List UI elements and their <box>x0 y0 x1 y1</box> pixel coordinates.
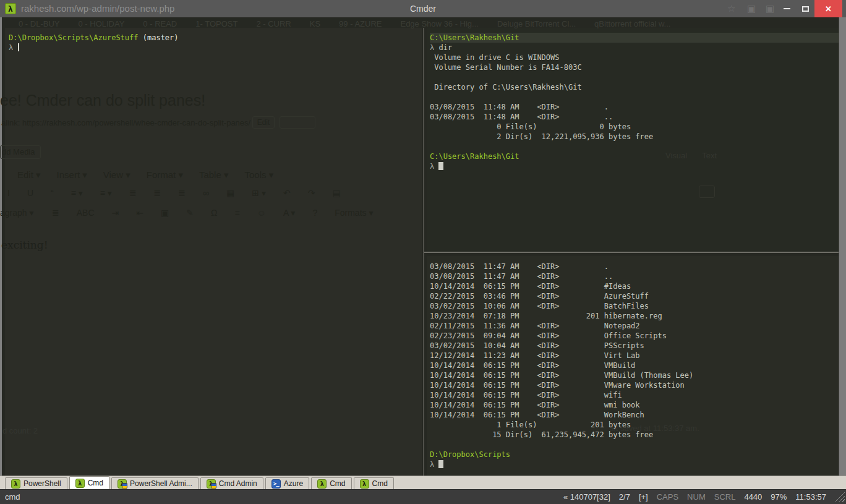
tab-cmd-admin[interactable]: λCmd Admin <box>200 477 263 489</box>
console-area: 0 - DL-BUY0 - HOLIDAY0 - READ1- TOPOST2 … <box>0 17 846 476</box>
lambda-icon: λ <box>11 479 20 489</box>
resize-grip[interactable] <box>835 492 845 502</box>
cmder-window: rakhesh.com/wp-admin/post-new.php λ Cmde… <box>0 0 846 504</box>
ghost-item: 0 - DL-BUY <box>19 19 59 28</box>
console-line: 1 File(s) 201 bytes <box>430 420 839 430</box>
lambda-icon: λ <box>75 479 85 488</box>
console-line: Volume Serial Number is FA14-803C <box>430 62 839 72</box>
console-line: λ <box>9 43 422 53</box>
console-line <box>430 92 839 102</box>
status-item: NUM <box>687 492 706 502</box>
console-line <box>430 440 839 450</box>
status-item: 97% <box>771 492 787 502</box>
status-bar: cmd « 140707[32]2/7[+]CAPSNUMSCRL444097%… <box>0 489 846 504</box>
console-line: 03/08/2015 11:47 AM <DIR> .. <box>430 271 839 281</box>
ghost-item: 2 - CURR <box>256 19 291 28</box>
status-item: 4440 <box>744 492 762 502</box>
tab-label: Cmd <box>372 479 388 488</box>
console-line: 03/08/2015 11:48 AM <DIR> . <box>430 102 839 112</box>
console-line: 10/14/2014 06:15 PM <DIR> VMware Worksta… <box>430 380 839 390</box>
ghost-browser-url: rakhesh.com/wp-admin/post-new.php <box>21 0 174 17</box>
console-line: 03/02/2015 10:04 AM <DIR> PSScripts <box>430 341 839 351</box>
ghost-bookmarks-bar: 0 - DL-BUY0 - HOLIDAY0 - READ1- TOPOST2 … <box>19 19 670 28</box>
maximize-icon <box>802 6 809 12</box>
status-item: « 140707[32] <box>563 492 610 502</box>
tab-label: PowerShell Admi... <box>130 479 192 488</box>
ghost-item: Deluge BitTorrent Cl... <box>497 19 576 28</box>
console-line: 03/08/2015 11:48 AM <DIR> .. <box>430 112 839 122</box>
status-mode: cmd <box>5 492 20 502</box>
ghost-item: 0 - READ <box>143 19 177 28</box>
ghost-item: 0 - HOLIDAY <box>78 19 124 28</box>
left-console-pane[interactable]: D:\Dropbox\Scripts\AzureStuff (master)λ <box>5 28 422 476</box>
tab-label: Azure <box>284 479 303 488</box>
console-line: C:\Users\Rakhesh\Git <box>430 152 839 161</box>
tab-bar: λPowerShellλCmdλPowerShell Admi...λCmd A… <box>0 476 846 489</box>
console-line: 10/14/2014 06:15 PM <DIR> WorkBench <box>430 410 839 420</box>
tab-label: Cmd <box>88 479 103 487</box>
console-line: 15 Dir(s) 61,235,945,472 bytes free <box>430 430 839 440</box>
maximize-button[interactable] <box>796 0 814 17</box>
tab-azure[interactable]: >_Azure <box>265 477 309 489</box>
minimize-icon <box>784 8 790 9</box>
cursor <box>438 162 443 170</box>
bottom-right-console-pane[interactable]: 03/08/2015 11:47 AM <DIR> .03/08/2015 11… <box>427 256 839 476</box>
tab-powershell-admi[interactable]: λPowerShell Admi... <box>111 477 199 489</box>
lambda-icon: λ <box>317 479 327 489</box>
console-line: 10/14/2014 06:15 PM <DIR> wifi <box>430 390 839 400</box>
ghost-item: 1- TOPOST <box>195 19 237 28</box>
console-line: 02/23/2015 09:04 AM <DIR> Office Scripts <box>430 331 839 341</box>
status-item: CAPS <box>657 492 678 502</box>
console-line: 12/12/2014 11:23 AM <DIR> Virt Lab <box>430 351 839 361</box>
console-line: C:\Users\Rakhesh\Git <box>430 33 839 43</box>
console-line: D:\Dropbox\Scripts <box>430 450 839 459</box>
status-item: 11:53:57 <box>795 492 826 502</box>
app-icon[interactable]: λ <box>5 3 16 14</box>
tab-label: Cmd Admin <box>219 479 257 488</box>
console-line <box>430 72 839 82</box>
console-line: 03/08/2015 11:47 AM <DIR> . <box>430 262 839 271</box>
console-line <box>430 142 839 152</box>
ghost-item: qBittorrent official w... <box>594 19 670 28</box>
console-line: 02/11/2015 11:36 AM <DIR> Notepad2 <box>430 321 839 331</box>
tab-cmd[interactable]: λCmd <box>69 476 109 489</box>
console-line: 2 Dir(s) 12,221,095,936 bytes free <box>430 132 839 142</box>
console-line: 10/23/2014 07:18 PM 201 hibernate.reg <box>430 311 839 321</box>
minimize-button[interactable] <box>777 0 796 17</box>
background-window-edge <box>0 17 2 476</box>
console-line: Directory of C:\Users\Rakhesh\Git <box>430 82 839 92</box>
top-right-console-pane[interactable]: C:\Users\Rakhesh\Gitλ dir Volume in driv… <box>427 28 839 252</box>
tab-cmd[interactable]: λCmd <box>311 477 351 489</box>
tab-label: PowerShell <box>24 479 61 488</box>
console-line: λ dir <box>430 43 839 53</box>
console-line: 10/14/2014 06:15 PM <DIR> wmi book <box>430 400 839 410</box>
console-line: 10/14/2014 06:15 PM <DIR> #Ideas <box>430 281 839 291</box>
title-bar[interactable]: rakhesh.com/wp-admin/post-new.php λ Cmde… <box>0 0 846 17</box>
cursor <box>18 43 19 51</box>
console-line: D:\Dropbox\Scripts\AzureStuff (master) <box>9 33 422 43</box>
window-controls: ✕ <box>777 0 842 17</box>
horizontal-pane-splitter[interactable] <box>424 252 839 253</box>
status-items: « 140707[32]2/7[+]CAPSNUMSCRL444097%11:5… <box>563 492 845 502</box>
status-item: 2/7 <box>619 492 630 502</box>
console-line: 0 File(s) 0 bytes <box>430 122 839 132</box>
close-button[interactable]: ✕ <box>814 0 842 17</box>
lambda-icon: λ <box>360 479 369 489</box>
status-item: SCRL <box>714 492 736 502</box>
console-line: λ <box>430 459 839 469</box>
ghost-item: Edge Show 36 - Hig... <box>400 19 478 28</box>
console-line: 03/02/2015 10:06 AM <DIR> BatchFiles <box>430 301 839 311</box>
ghost-extension-icon: ▣ <box>766 3 774 14</box>
ghost-item: KS <box>310 19 320 28</box>
status-item: [+] <box>639 492 648 502</box>
console-line: 02/22/2015 03:46 PM <DIR> AzureStuff <box>430 291 839 301</box>
tab-powershell[interactable]: λPowerShell <box>5 477 67 489</box>
ghost-star-icon: ☆ <box>727 3 735 14</box>
azure-icon: >_ <box>271 479 281 489</box>
close-icon: ✕ <box>825 4 832 14</box>
console-line: 10/14/2014 06:15 PM <DIR> VMBuild (Thoma… <box>430 370 839 380</box>
lambda-admin-icon: λ <box>207 479 216 489</box>
tab-cmd[interactable]: λCmd <box>354 477 394 489</box>
cursor <box>438 460 443 468</box>
background-browser-scrollbar <box>839 17 846 476</box>
